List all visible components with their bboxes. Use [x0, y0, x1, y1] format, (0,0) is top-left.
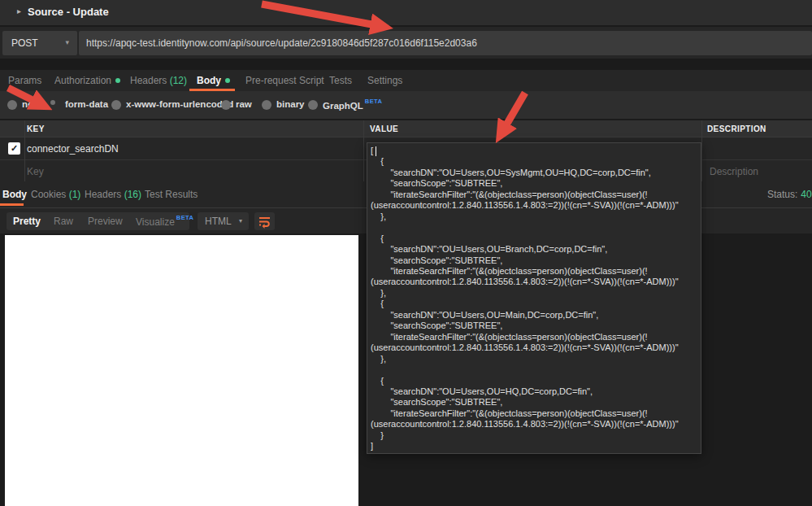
- column-header-description: DESCRIPTION: [707, 124, 766, 133]
- column-divider: [363, 120, 364, 181]
- status-label: Status:: [767, 189, 797, 200]
- response-tab-headers[interactable]: Headers (16): [85, 189, 141, 200]
- tab-pre-request-script[interactable]: Pre-request Script: [245, 75, 324, 86]
- postman-window: ▸ Source - Update POST ▾ https://apqc-te…: [0, 0, 812, 506]
- tab-label: Body: [197, 75, 221, 86]
- column-divider: [701, 120, 702, 181]
- tab-label: Headers: [130, 75, 167, 86]
- green-dot-icon: [225, 78, 230, 83]
- collapse-caret-icon[interactable]: ▸: [17, 7, 21, 15]
- column-header-value: VALUE: [370, 124, 398, 133]
- key-cell[interactable]: connector_searchDN: [27, 143, 119, 155]
- mode-label: none: [22, 99, 44, 109]
- key-placeholder-cell[interactable]: Key: [27, 166, 44, 177]
- tab-label: Tests: [329, 75, 352, 86]
- tab-label: Headers: [85, 189, 121, 200]
- radio-icon: [308, 100, 318, 110]
- view-visualize[interactable]: VisualizeBETA: [136, 216, 193, 228]
- response-tab-test-results[interactable]: Test Results: [145, 189, 198, 200]
- chevron-down-icon: ▾: [65, 38, 69, 46]
- text-cursor: [376, 146, 376, 156]
- body-mode-selector: none form-data x-www-form-urlencoded raw…: [0, 91, 812, 119]
- beta-badge: BETA: [176, 214, 193, 221]
- response-tab-body[interactable]: Body: [2, 189, 27, 200]
- row-enabled-checkbox[interactable]: ✓: [8, 142, 20, 155]
- tab-label: Cookies: [31, 189, 66, 200]
- mode-label: x-www-form-urlencoded: [126, 99, 233, 109]
- mode-label: form-data: [65, 99, 108, 109]
- tab-label: Pre-request Script: [245, 75, 324, 86]
- tab-authorization[interactable]: Authorization: [54, 75, 120, 86]
- tab-count: (1): [69, 189, 81, 200]
- view-pretty[interactable]: Pretty: [13, 216, 41, 227]
- radio-icon: [7, 100, 17, 110]
- tab-body[interactable]: Body: [197, 75, 230, 86]
- view-raw[interactable]: Raw: [54, 216, 73, 227]
- radio-icon: [111, 100, 121, 110]
- beta-badge: BETA: [365, 98, 382, 105]
- table-header: KEY VALUE DESCRIPTION: [0, 120, 812, 137]
- tab-params[interactable]: Params: [8, 75, 41, 86]
- column-divider: [24, 120, 25, 181]
- tab-label: Params: [8, 75, 41, 86]
- tab-headers[interactable]: Headers (12): [130, 75, 187, 86]
- tab-count: (12): [170, 75, 187, 86]
- radio-icon: [221, 100, 231, 110]
- request-title-bar: ▸ Source - Update: [0, 0, 812, 25]
- active-tab-underline: [0, 203, 24, 206]
- view-preview[interactable]: Preview: [88, 216, 123, 227]
- url-bar: POST ▾ https://apqc-test.identitynow.com…: [0, 27, 812, 59]
- response-tab-cookies[interactable]: Cookies (1): [31, 189, 80, 200]
- request-tabs: Params Authorization Headers (12) Body P…: [0, 70, 812, 91]
- divider: [0, 59, 812, 70]
- value-editor-popup[interactable]: [ { "searchDN":"OU=Users,OU=SysMgmt,OU=H…: [367, 142, 701, 454]
- tab-settings[interactable]: Settings: [367, 75, 402, 86]
- tab-label: Test Results: [145, 189, 198, 200]
- radio-icon: [262, 100, 271, 110]
- tab-label: Settings: [367, 75, 402, 86]
- wrap-text-button[interactable]: [254, 212, 275, 230]
- view-mode-group: Pretty Raw Preview VisualizeBETA: [7, 212, 189, 230]
- mode-label: GraphQL: [323, 101, 363, 111]
- status-value: 400: [801, 189, 812, 200]
- mode-label: raw: [236, 99, 252, 109]
- url-input[interactable]: https://apqc-test.identitynow.com/api/so…: [79, 31, 812, 55]
- view-label: Visualize: [136, 216, 175, 228]
- format-label: HTML: [205, 216, 232, 227]
- response-preview-panel: [5, 235, 358, 506]
- tab-count: (16): [124, 189, 141, 200]
- method-dropdown[interactable]: POST ▾: [2, 31, 77, 55]
- wrap-text-icon: [254, 212, 275, 230]
- value-editor-text: [ { "searchDN":"OU=Users,OU=SysMgmt,OU=H…: [371, 146, 697, 452]
- green-dot-icon: [115, 78, 120, 83]
- tab-label: Body: [2, 189, 27, 200]
- format-dropdown[interactable]: HTML ▾: [198, 212, 249, 230]
- chevron-down-icon: ▾: [239, 217, 242, 225]
- response-status: Status:400: [767, 189, 812, 200]
- request-title: Source - Update: [28, 6, 109, 18]
- mode-label: binary: [276, 99, 305, 109]
- radio-selected-icon: [50, 100, 55, 105]
- description-placeholder-cell[interactable]: Description: [710, 166, 758, 177]
- method-label: POST: [11, 37, 38, 49]
- tab-tests[interactable]: Tests: [329, 75, 352, 86]
- tab-label: Authorization: [54, 75, 111, 86]
- url-text: https://apqc-test.identitynow.com/api/so…: [86, 37, 477, 49]
- column-header-key: KEY: [27, 124, 45, 133]
